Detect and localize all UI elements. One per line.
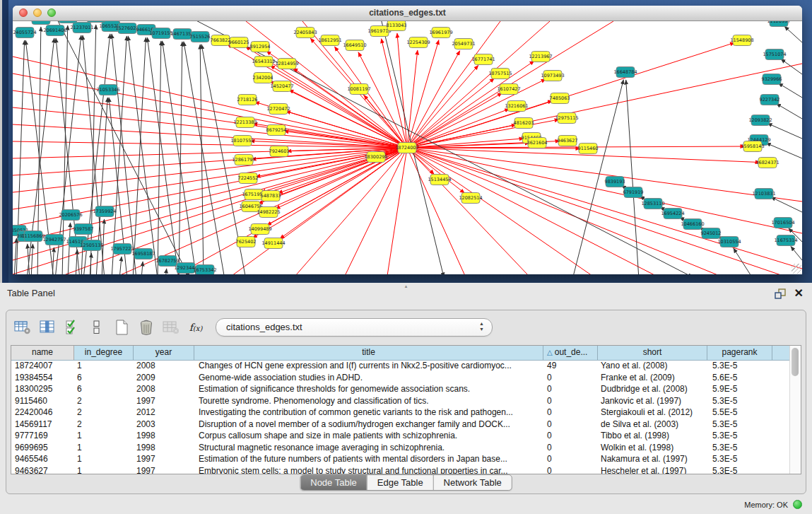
graph-node[interactable]: 16648784 [613,67,637,78]
graph-node[interactable]: 18757515 [488,69,512,79]
graph-node[interactable]: 16649510 [343,40,366,51]
network-canvas[interactable]: 2405572420691406212370111065528715276021… [13,21,802,274]
graph-node[interactable]: 11156869 [21,231,45,242]
graph-node[interactable]: 4816203 [514,118,534,129]
graph-node[interactable]: 8133043 [387,21,407,31]
graph-node[interactable]: 9463627 [558,136,578,146]
graph-node[interactable]: 12213967 [529,52,552,62]
graph-node[interactable]: 13216061 [505,101,528,112]
graph-node[interactable]: 5487833 [261,191,281,201]
table-body[interactable]: 1872400712008Changes of HCN gene express… [11,360,790,474]
column-header-title[interactable]: title [194,346,543,360]
graph-node[interactable]: 7485063 [550,93,570,104]
graph-node[interactable]: 11675314 [774,235,797,246]
graph-node[interactable]: 10466160 [681,219,704,230]
graph-node[interactable]: 10973493 [541,71,564,81]
graph-node[interactable]: 9839193 [605,177,625,187]
graph-node[interactable]: 11548908 [730,35,753,46]
graph-node[interactable]: 14520477 [270,81,293,92]
graph-node[interactable]: 16958187 [131,249,155,259]
table-row[interactable]: 911546021997Tourette syndrome. Phenomeno… [11,395,790,407]
table-row[interactable]: 946362711997Embryonic stem cells: a mode… [11,465,790,474]
graph-node[interactable]: 9227342 [760,95,780,105]
graph-node[interactable]: 20206576 [59,210,82,221]
table-row[interactable]: 946554611997Estimation of the future num… [11,453,790,465]
tab-network-table[interactable]: Network Table [433,475,512,490]
close-icon[interactable]: ✕ [794,287,804,300]
graph-node[interactable]: 15958143 [741,141,764,152]
network-window[interactable]: citations_edges.txt 24055724206914062123… [13,6,802,274]
graph-node[interactable]: 16961979 [429,28,452,38]
graph-node[interactable]: 12814959 [275,59,298,69]
graph-node[interactable]: 12975115 [555,113,578,124]
node-table[interactable]: namein_degreeyeartitle△out_de...shortpag… [11,345,801,474]
graph-node[interactable]: 12720472 [266,104,290,115]
graph-node[interactable]: 24055724 [13,28,36,38]
graph-node[interactable]: 7663822 [211,35,231,46]
scrollbar-thumb[interactable] [792,348,799,376]
column-header-name[interactable]: name [11,346,74,360]
table-row[interactable]: 969969511998Structural magnetic resonanc… [11,442,790,454]
graph-node[interactable]: 8912954 [250,42,271,52]
window-titlebar[interactable]: citations_edges.txt [13,6,802,21]
graph-node[interactable]: 9397587 [73,224,94,235]
float-window-icon[interactable] [775,288,786,299]
graph-node[interactable]: 18612951 [318,35,341,46]
graph-node[interactable]: 18107551 [230,136,254,146]
graph-node[interactable]: 16954224 [661,209,684,219]
tab-node-table[interactable]: Node Table [300,475,367,490]
graph-node[interactable]: 10719155 [149,28,172,39]
graph-node[interactable]: 7224552 [238,173,259,184]
row-select-icon[interactable] [61,317,83,337]
graph-node[interactable]: 3621604 [527,138,548,148]
graph-node[interactable]: 12853110 [641,199,664,209]
graph-node[interactable]: 9777169 [58,21,78,23]
column-header-out_de[interactable]: △out_de... [543,346,598,360]
graph-node[interactable]: 15751074 [763,49,786,60]
graph-node[interactable]: 10310554 [717,237,741,247]
graph-node[interactable]: 7625402 [236,237,257,247]
new-file-icon[interactable] [111,317,132,337]
graph-node[interactable]: 12213383 [233,117,257,128]
graph-node[interactable]: 21237011 [70,23,93,33]
tab-edge-table[interactable]: Edge Table [367,475,433,490]
graph-node[interactable]: 12254309 [406,37,430,48]
column-header-in_degree[interactable]: in_degree [74,346,134,360]
graph-node[interactable]: 9115460 [578,144,599,154]
graph-node[interactable]: 12861797 [232,155,255,165]
graph-node[interactable]: 14911444 [261,238,285,249]
graph-node[interactable]: 12082514 [459,193,482,204]
graph-node[interactable]: 8679254 [266,125,287,136]
window-resize-grip[interactable] [792,264,801,274]
graph-node[interactable]: 20549731 [452,39,475,49]
table-settings-icon[interactable] [12,317,33,337]
table-scrollbar[interactable] [789,346,801,474]
graph-node[interactable]: 16771741 [471,54,495,65]
graph-node[interactable]: 6791919 [623,187,644,198]
table-row[interactable]: 1938455462009Genome-wide association stu… [11,372,790,384]
table-row[interactable]: 2242004622012Investigating the contribut… [11,407,790,419]
table-row[interactable]: 1872400712008Changes of HCN gene express… [11,360,790,372]
table-selector-dropdown[interactable]: citations_edges.txt ▲▼ [216,318,493,337]
table-row[interactable]: 977716911998Corpus callosum shape and si… [11,430,790,442]
graph-node[interactable]: 9329966 [762,74,782,85]
graph-node[interactable]: 21053346 [96,85,119,95]
graph-node[interactable]: 18300295 [364,152,387,163]
graph-node[interactable]: 9245012 [701,228,722,239]
column-header-pagerank[interactable]: pagerank [707,346,772,360]
graph-node[interactable]: 2342004 [253,73,273,83]
graph-node[interactable]: 18724007 [395,143,418,153]
graph-node[interactable]: 2718126 [237,95,258,105]
graph-node[interactable]: 16753342 [193,265,216,275]
graph-node[interactable]: 17016504 [771,218,794,228]
graph-node[interactable]: 16543312 [252,57,275,67]
function-builder-icon[interactable]: f(x) [185,317,206,337]
graph-node[interactable]: 22405843 [293,28,317,38]
graph-node[interactable]: 15134454 [428,175,451,185]
splitter-handle-icon[interactable]: ▴ [405,284,408,288]
graph-node[interactable]: 14982225 [257,207,280,218]
graph-node[interactable]: 12505135 [80,240,103,251]
graph-node[interactable]: 16824371 [755,158,779,168]
graph-node[interactable]: 16107427 [497,84,520,95]
graph-node[interactable]: 19384554 [29,21,52,25]
